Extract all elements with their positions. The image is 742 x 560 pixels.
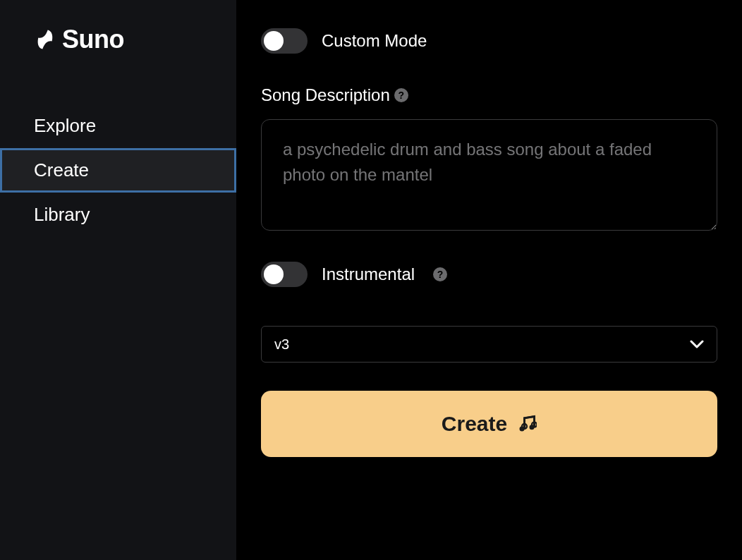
sidebar-item-explore[interactable]: Explore <box>0 104 236 148</box>
instrumental-toggle-knob <box>264 264 284 284</box>
brand-logo[interactable]: Suno <box>0 25 236 54</box>
song-description-label: Song Description <box>261 85 390 105</box>
sidebar-item-library[interactable]: Library <box>0 193 236 237</box>
main-content: Custom Mode Song Description ? Instrumen… <box>236 0 742 560</box>
help-icon[interactable]: ? <box>433 267 447 281</box>
song-description-label-row: Song Description ? <box>261 85 717 105</box>
sidebar-item-create[interactable]: Create <box>0 148 236 193</box>
sidebar: Suno Explore Create Library <box>0 0 236 560</box>
music-note-icon <box>517 414 537 434</box>
custom-mode-row: Custom Mode <box>261 28 717 54</box>
custom-mode-label: Custom Mode <box>322 31 427 51</box>
suno-logo-icon <box>34 28 56 51</box>
sidebar-nav: Explore Create Library <box>0 104 236 237</box>
custom-mode-toggle[interactable] <box>261 28 308 54</box>
version-select-value: v3 <box>274 336 289 353</box>
instrumental-label: Instrumental <box>322 264 415 284</box>
chevron-down-icon <box>690 340 704 348</box>
help-icon[interactable]: ? <box>394 88 408 102</box>
instrumental-toggle[interactable] <box>261 262 308 287</box>
create-button-label: Create <box>442 412 507 436</box>
custom-mode-toggle-knob <box>264 31 284 51</box>
instrumental-row: Instrumental ? <box>261 262 717 287</box>
brand-name: Suno <box>62 25 124 54</box>
create-button[interactable]: Create <box>261 391 717 457</box>
version-select[interactable]: v3 <box>261 326 717 363</box>
song-description-input[interactable] <box>261 119 717 231</box>
